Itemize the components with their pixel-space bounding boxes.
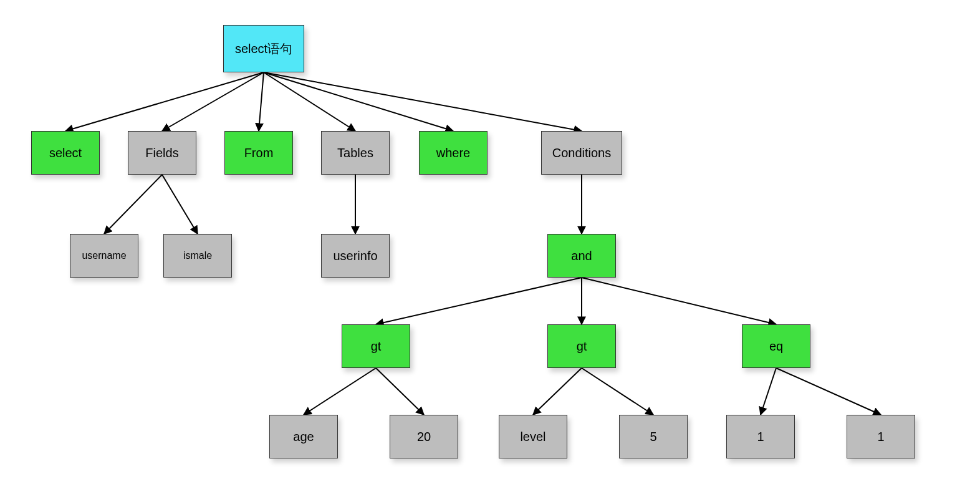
edge-root-fields <box>162 72 264 131</box>
node-eq: eq <box>742 324 810 368</box>
edge-root-conditions <box>264 72 582 131</box>
edge-root-from <box>259 72 264 131</box>
edge-gt1-v20 <box>376 368 424 415</box>
node-where: where <box>419 131 488 175</box>
edge-root-where <box>264 72 453 131</box>
node-from: From <box>224 131 293 175</box>
node-username: username <box>70 234 138 278</box>
edge-fields-ismale <box>162 175 198 234</box>
node-v20: 20 <box>390 415 458 458</box>
node-userinfo: userinfo <box>321 234 390 278</box>
edge-and-gt1 <box>376 278 582 324</box>
node-level: level <box>499 415 567 458</box>
edge-fields-username <box>104 175 162 234</box>
node-fields: Fields <box>128 131 196 175</box>
edges-layer <box>0 0 980 499</box>
edge-root-tables <box>264 72 355 131</box>
node-ismale: ismale <box>163 234 232 278</box>
node-gt1: gt <box>342 324 410 368</box>
node-gt2: gt <box>547 324 616 368</box>
node-v1a: 1 <box>726 415 795 458</box>
edge-eq-v1a <box>761 368 776 415</box>
edge-gt2-v5 <box>582 368 653 415</box>
edge-root-select <box>65 72 264 131</box>
diagram-canvas: select语句 select Fields From Tables where… <box>0 0 980 499</box>
node-v1b: 1 <box>847 415 915 458</box>
node-root: select语句 <box>223 25 304 72</box>
edge-gt1-age <box>304 368 376 415</box>
edge-and-eq <box>582 278 776 324</box>
node-conditions: Conditions <box>541 131 622 175</box>
node-select: select <box>31 131 100 175</box>
node-age: age <box>269 415 338 458</box>
node-tables: Tables <box>321 131 390 175</box>
edge-gt2-level <box>533 368 582 415</box>
node-and: and <box>547 234 616 278</box>
node-v5: 5 <box>619 415 688 458</box>
edge-eq-v1b <box>776 368 881 415</box>
